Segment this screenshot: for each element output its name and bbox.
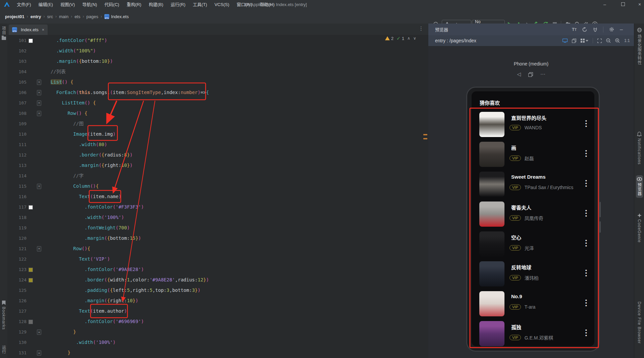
fold-collapse-icon[interactable]: ▾ <box>37 184 41 189</box>
close-button[interactable]: × <box>634 0 644 9</box>
fold-end-icon[interactable]: ▴ <box>37 329 41 335</box>
sidebar-item-bookmarks[interactable]: Bookmarks <box>0 301 7 330</box>
code-line-109[interactable]: 109//图 <box>7 119 428 129</box>
song-row-1[interactable]: 直到世界的尽头VIPWANDS••• <box>472 111 594 141</box>
code-line-126[interactable]: 126.margin({right:10}) <box>7 296 428 306</box>
next-problem-icon[interactable]: ∨ <box>413 36 416 41</box>
code-line-110[interactable]: 110Image(item.img) <box>7 129 428 139</box>
sidebar-item-services[interactable]: 场景化服务特性 <box>634 28 644 65</box>
fold-end-icon[interactable]: ▴ <box>37 350 41 356</box>
code-line-105[interactable]: 105▾List() { <box>7 77 428 87</box>
code-line-104[interactable]: 104//列表 <box>7 66 428 77</box>
rotate-icon[interactable]: ◁ <box>517 71 521 77</box>
font-size-icon[interactable]: TT <box>572 27 577 32</box>
menu-构建B[interactable]: 构建(B) <box>145 0 167 9</box>
code-line-123[interactable]: 123.fontColor('#9A8E28') <box>7 264 428 275</box>
fold-collapse-icon[interactable]: ▾ <box>37 246 41 252</box>
code-line-128[interactable]: 128.fontColor('#696969') <box>7 316 428 327</box>
gutter-color-swatch[interactable] <box>29 320 33 324</box>
code-line-116[interactable]: 116Text(item.name) <box>7 191 428 202</box>
menu-导航N[interactable]: 导航(N) <box>78 0 101 9</box>
code-line-115[interactable]: 115▾Column(){ <box>7 181 428 191</box>
song-options-kebab-icon[interactable]: ••• <box>585 120 587 128</box>
maximize-button[interactable] <box>617 0 629 9</box>
zoom-in-icon[interactable] <box>615 38 620 43</box>
sidebar-item-notifications[interactable]: Notifications <box>634 132 644 165</box>
code-line-101[interactable]: 101.fontColor("#fff") <box>7 35 428 46</box>
minimize-button[interactable]: – <box>599 0 610 9</box>
inspection-widget[interactable]: 2 ✓ 1 ∧ ∨ <box>385 36 416 41</box>
code-line-112[interactable]: 112.border({radius:8}) <box>7 150 428 160</box>
sidebar-item-previewer[interactable]: 预览器 <box>634 175 644 198</box>
code-line-119[interactable]: 119.fontWeight(700) <box>7 223 428 233</box>
song-options-kebab-icon[interactable]: ••• <box>585 239 587 247</box>
fold-collapse-icon[interactable]: ▾ <box>37 100 41 106</box>
song-options-kebab-icon[interactable]: ••• <box>585 329 587 337</box>
sidebar-item-device-file-browser[interactable]: Device File Browser <box>634 302 644 344</box>
breadcrumb-item[interactable]: main <box>59 14 68 19</box>
zoom-out-icon[interactable] <box>606 38 611 43</box>
gutter-color-swatch[interactable] <box>29 278 33 282</box>
song-row-6[interactable]: 反转地球VIP潘玮柏••• <box>472 260 594 290</box>
code-line-108[interactable]: 108▾Row() { <box>7 108 428 119</box>
menu-运行R[interactable]: 运行(R) <box>167 0 189 9</box>
song-row-7[interactable]: No.9VIPT-ara••• <box>472 290 594 320</box>
code-line-117[interactable]: 117.fontColor('#F3F3F3') <box>7 202 428 212</box>
layers-icon[interactable] <box>572 39 576 43</box>
code-line-113[interactable]: 113.margin({right:10}) <box>7 160 428 171</box>
code-line-125[interactable]: 125.padding({left:5,right:5,top:3,bottom… <box>7 285 428 296</box>
song-options-kebab-icon[interactable]: ••• <box>585 269 587 277</box>
menu-文件F[interactable]: 文件(F) <box>13 0 35 9</box>
song-options-kebab-icon[interactable]: ••• <box>585 209 587 217</box>
gutter-color-swatch[interactable] <box>29 205 33 210</box>
code-line-124[interactable]: 124.border({width:1,color:'#9A8E28',radi… <box>7 275 428 285</box>
sidebar-item-project[interactable]: 项目 <box>0 26 7 40</box>
song-options-kebab-icon[interactable]: ••• <box>585 149 587 158</box>
multi-window-icon[interactable] <box>528 72 533 77</box>
hide-panel-icon[interactable]: – <box>620 27 623 33</box>
breadcrumb-item[interactable]: project01 <box>5 14 24 19</box>
code-line-131[interactable]: 131▴} <box>7 348 428 358</box>
fold-collapse-icon[interactable]: ▾ <box>37 90 41 95</box>
song-options-kebab-icon[interactable]: ••• <box>585 179 587 187</box>
prev-problem-icon[interactable]: ∧ <box>407 36 410 41</box>
menu-VCSS[interactable]: VCS(S) <box>211 0 233 9</box>
more-options-icon[interactable]: ⋯ <box>540 71 545 77</box>
plug-icon[interactable] <box>593 27 597 32</box>
song-options-kebab-icon[interactable]: ••• <box>585 299 587 307</box>
song-row-3[interactable]: Sweet DreamsVIPTPaul Sax / Eurythmics••• <box>472 171 594 200</box>
refresh-icon[interactable] <box>582 27 587 32</box>
song-row-2[interactable]: 画VIP赵磊••• <box>472 141 594 171</box>
code-line-114[interactable]: 114//字 <box>7 171 428 181</box>
breadcrumb-item[interactable]: entry <box>31 14 41 19</box>
code-line-121[interactable]: 121▾Row(){ <box>7 243 428 254</box>
code-line-102[interactable]: 102.width("100%") <box>7 46 428 56</box>
code-line-118[interactable]: 118.width('100%') <box>7 212 428 223</box>
tab-options-kebab-icon[interactable]: ⋮ <box>419 26 424 32</box>
breadcrumb-item[interactable]: src <box>47 14 53 19</box>
tab-index-ets[interactable]: ETS Index.ets × <box>9 25 48 35</box>
menu-视图V[interactable]: 视图(V) <box>57 0 78 9</box>
frame-fit-icon[interactable] <box>597 39 602 43</box>
previewer-settings-gear-icon[interactable] <box>609 27 614 32</box>
menu-编辑E[interactable]: 编辑(E) <box>35 0 57 9</box>
close-tab-icon[interactable]: × <box>42 27 45 32</box>
code-line-103[interactable]: 103.margin({bottom:10}) <box>7 56 428 66</box>
code-editor[interactable]: 101.fontColor("#fff")102.width("100%")10… <box>7 35 428 358</box>
breadcrumb-item[interactable]: pages <box>86 14 98 19</box>
song-row-4[interactable]: 奢香夫人VIP凤凰传奇••• <box>472 200 594 230</box>
menu-代码C[interactable]: 代码(C) <box>101 0 123 9</box>
menu-工具T[interactable]: 工具(T) <box>189 0 211 9</box>
gutter-color-swatch[interactable] <box>29 39 33 43</box>
zoom-ratio-label[interactable]: 1:1 <box>624 38 630 43</box>
fold-collapse-icon[interactable]: ▾ <box>37 80 41 85</box>
display-mode-icon[interactable] <box>562 39 568 43</box>
song-row-8[interactable]: 孤独VIPG.E.M.邓紫棋••• <box>472 320 594 346</box>
code-line-107[interactable]: 107▾ListItem() { <box>7 98 428 108</box>
code-line-120[interactable]: 120.margin({bottom:15}) <box>7 233 428 243</box>
fold-collapse-icon[interactable]: ▾ <box>37 111 41 116</box>
sidebar-item-run[interactable]: 运行 <box>0 345 7 354</box>
code-line-127[interactable]: 127Text(item.author) <box>7 306 428 316</box>
song-row-5[interactable]: 空心VIP光泽••• <box>472 230 594 260</box>
menu-重构R[interactable]: 重构(R) <box>123 0 145 9</box>
